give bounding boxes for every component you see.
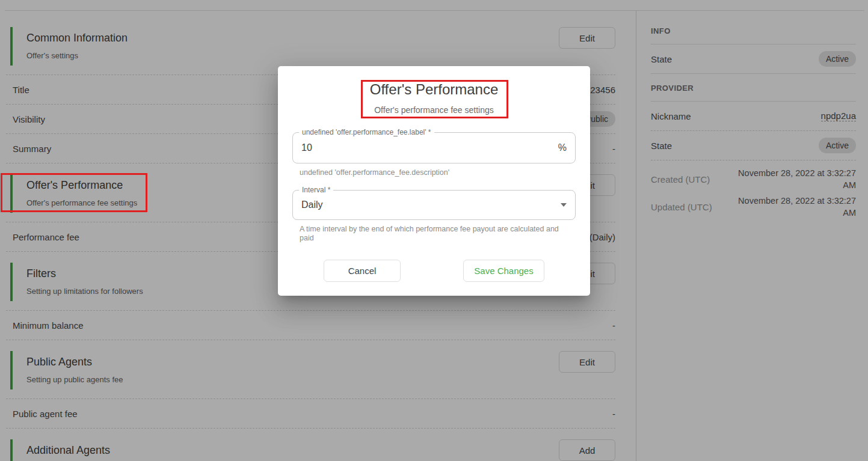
dialog-actions: Cancel Save Changes [292, 260, 576, 282]
annotation-box-offers-performance-section [1, 173, 147, 212]
interval-helper-text: A time interval by the end of which perf… [300, 225, 564, 243]
annotation-box-dialog-title [361, 80, 508, 118]
cancel-button[interactable]: Cancel [324, 260, 401, 282]
performance-fee-input[interactable] [301, 142, 558, 153]
offer-settings-page: Common Information Offer's settings Edit… [0, 0, 868, 461]
interval-select[interactable]: Interval * Daily [292, 190, 576, 220]
interval-selected-value: Daily [301, 200, 561, 210]
performance-fee-helper-text: undefined 'offer.performance_fee.descrip… [300, 168, 564, 177]
performance-fee-field-label: undefined 'offer.performance_fee.label' … [299, 128, 434, 136]
save-changes-button[interactable]: Save Changes [463, 260, 544, 282]
interval-select-label: Interval * [299, 186, 333, 194]
dropdown-arrow-icon[interactable] [561, 203, 567, 207]
performance-fee-field: undefined 'offer.performance_fee.label' … [292, 132, 576, 163]
percent-suffix: % [558, 142, 567, 153]
